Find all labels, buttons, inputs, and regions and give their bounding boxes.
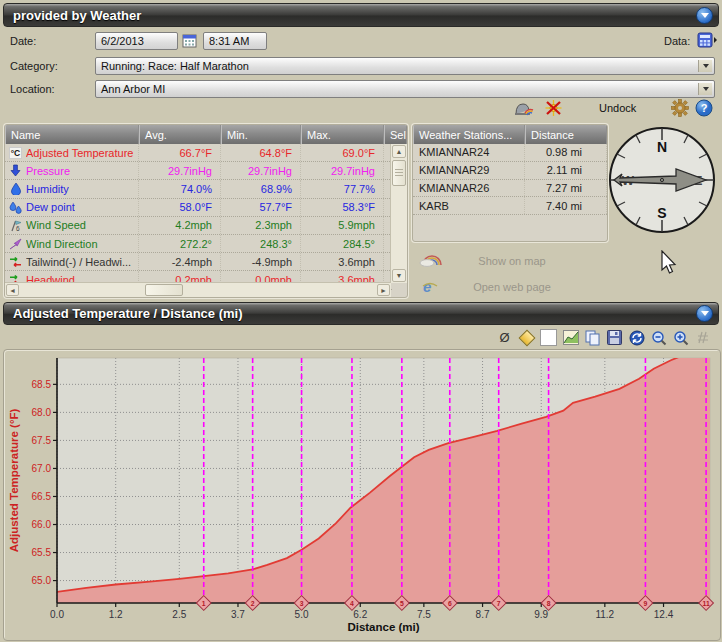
date-label: Date: bbox=[10, 35, 36, 47]
metric-max: 69.0°F bbox=[301, 144, 384, 161]
temperature-chart[interactable]: 65.065.566.066.567.067.568.068.50.01.22.… bbox=[4, 350, 718, 638]
scroll-up-arrow-icon[interactable]: ▲ bbox=[392, 145, 406, 158]
help-icon[interactable]: ? bbox=[695, 99, 713, 119]
chevron-down-icon bbox=[701, 311, 709, 316]
no-selection-icon[interactable]: Ø bbox=[496, 329, 513, 346]
svg-text:9: 9 bbox=[644, 600, 648, 607]
show-on-map-link[interactable]: Show on map bbox=[447, 255, 577, 267]
metric-min: 68.9% bbox=[221, 180, 301, 197]
column-header-sel[interactable]: Sel bbox=[384, 125, 407, 144]
metric-name: Humidity bbox=[26, 183, 69, 195]
scroll-thumb[interactable] bbox=[145, 284, 183, 296]
svg-text:2: 2 bbox=[251, 600, 255, 607]
data-source-icon[interactable] bbox=[697, 32, 717, 50]
table-row[interactable]: Wind Direction272.2°248.3°284.5° bbox=[5, 235, 392, 253]
panel-title: provided by Weather bbox=[4, 8, 141, 23]
scroll-down-arrow-icon[interactable]: ▼ bbox=[392, 269, 406, 282]
refresh-icon[interactable] bbox=[628, 329, 645, 346]
metrics-vertical-scrollbar[interactable]: ▲ ▼ bbox=[390, 144, 407, 283]
scroll-right-arrow-icon[interactable]: ► bbox=[377, 284, 390, 296]
dropdown-arrow-icon[interactable] bbox=[698, 60, 712, 72]
station-distance: 2.11 mi bbox=[525, 162, 607, 179]
save-icon[interactable] bbox=[606, 329, 623, 346]
y-tick-label: 65.0 bbox=[32, 575, 52, 586]
category-value: Running: Race: Half Marathon bbox=[101, 60, 249, 72]
table-row[interactable]: KMIANNAR267.27 mi bbox=[413, 180, 607, 198]
data-label: Data: bbox=[664, 35, 690, 47]
metric-avg: 272.2° bbox=[139, 235, 221, 252]
y-tick-label: 68.0 bbox=[32, 407, 52, 418]
table-row[interactable]: 6Wind Speed4.2mph2.3mph5.9mph bbox=[5, 217, 392, 235]
chart-style-icon[interactable] bbox=[562, 329, 579, 346]
dropdown-arrow-icon[interactable] bbox=[698, 83, 712, 95]
stations-table-body: KMIANNAR240.98 miKMIANNAR292.11 miKMIANN… bbox=[413, 144, 607, 215]
metric-avg: 74.0% bbox=[139, 180, 221, 197]
metric-max: 284.5° bbox=[301, 235, 384, 252]
weather-header-bar: provided by Weather bbox=[3, 3, 719, 27]
category-dropdown[interactable]: Running: Race: Half Marathon bbox=[95, 57, 715, 75]
date-input[interactable]: 6/2/2013 bbox=[95, 32, 178, 50]
y-axis-title: Adjusted Temperature (°F) bbox=[8, 408, 20, 552]
chart-title: Adjusted Temperature / Distance (mi) bbox=[4, 306, 242, 321]
zoom-out-icon[interactable] bbox=[650, 329, 667, 346]
calendar-icon[interactable] bbox=[182, 33, 198, 51]
zoom-in-icon[interactable] bbox=[672, 329, 689, 346]
x-tick-label: 6.2 bbox=[353, 609, 367, 620]
column-header-avg[interactable]: Avg. bbox=[139, 125, 221, 144]
station-distance: 0.98 mi bbox=[525, 144, 607, 161]
metric-name: Tailwind(-) / Headwi... bbox=[26, 256, 131, 268]
table-row[interactable]: Humidity74.0%68.9%77.7% bbox=[5, 180, 392, 198]
column-header-max[interactable]: Max. bbox=[301, 125, 384, 144]
x-tick-label: 11.2 bbox=[595, 609, 614, 620]
column-header-min[interactable]: Min. bbox=[221, 125, 301, 144]
table-row[interactable]: Tailwind(-) / Headwi...-2.4mph-4.9mph3.6… bbox=[5, 253, 392, 271]
pan-tool-icon[interactable] bbox=[694, 329, 711, 346]
scroll-thumb[interactable] bbox=[392, 160, 406, 186]
stations-table-header: Weather Stations... Distance bbox=[413, 125, 607, 144]
chart-collapse-chevron-button[interactable] bbox=[696, 305, 713, 322]
svg-text:1: 1 bbox=[202, 600, 206, 607]
weather-stations-table: Weather Stations... Distance KMIANNAR240… bbox=[412, 124, 608, 242]
metric-name: Wind Direction bbox=[26, 238, 98, 250]
svg-text:e: e bbox=[423, 278, 431, 295]
column-header-station[interactable]: Weather Stations... bbox=[413, 125, 525, 144]
open-web-page-icon: e bbox=[421, 278, 439, 298]
open-web-page-link[interactable]: Open web page bbox=[447, 281, 577, 293]
color-swatch-icon[interactable] bbox=[540, 329, 557, 346]
x-tick-label: 2.5 bbox=[172, 609, 186, 620]
metric-min: 2.3mph bbox=[221, 217, 301, 234]
clear-weather-icon[interactable] bbox=[544, 99, 563, 119]
pressure-arrow-icon bbox=[8, 164, 23, 177]
copy-icon[interactable] bbox=[584, 329, 601, 346]
metric-max: 58.3°F bbox=[301, 199, 384, 216]
tailwind-headwind-icon bbox=[8, 256, 23, 268]
metric-min: 64.8°F bbox=[221, 144, 301, 161]
location-dropdown[interactable]: Ann Arbor MI bbox=[95, 80, 715, 98]
table-row[interactable]: KARB7.40 mi bbox=[413, 197, 607, 215]
table-row[interactable]: KMIANNAR240.98 mi bbox=[413, 144, 607, 162]
table-row[interactable]: Pressure29.7inHg29.7inHg29.7inHg bbox=[5, 162, 392, 180]
x-tick-label: 3.7 bbox=[231, 609, 245, 620]
metric-avg: -2.4mph bbox=[139, 253, 221, 270]
collapse-chevron-button[interactable] bbox=[696, 7, 713, 24]
weather-metrics-table: Name Avg. Min. Max. Sel °CAdjusted Tempe… bbox=[4, 124, 408, 298]
table-row[interactable]: KMIANNAR292.11 mi bbox=[413, 162, 607, 180]
undock-button[interactable]: Undock bbox=[599, 102, 636, 114]
column-header-distance[interactable]: Distance bbox=[525, 125, 607, 144]
svg-text:4: 4 bbox=[350, 600, 354, 607]
compass-south-label: S bbox=[657, 205, 666, 221]
time-input[interactable]: 8:31 AM bbox=[203, 32, 267, 50]
station-name: KARB bbox=[413, 197, 525, 214]
table-row[interactable]: Dew point58.0°F57.7°F58.3°F bbox=[5, 199, 392, 217]
svg-text:?: ? bbox=[701, 102, 708, 114]
column-header-name[interactable]: Name bbox=[5, 125, 139, 144]
diamond-marker-icon[interactable] bbox=[518, 329, 535, 346]
x-tick-label: 12.4 bbox=[654, 609, 674, 620]
scroll-left-arrow-icon[interactable]: ◄ bbox=[6, 284, 19, 296]
settings-gear-icon[interactable] bbox=[671, 99, 689, 119]
table-row[interactable]: °CAdjusted Temperature66.7°F64.8°F69.0°F bbox=[5, 144, 392, 162]
x-tick-label: 9.9 bbox=[534, 609, 548, 620]
metrics-horizontal-scrollbar[interactable]: ◄ ► bbox=[5, 282, 391, 297]
metric-min: 57.7°F bbox=[221, 199, 301, 216]
weather-download-icon[interactable] bbox=[514, 100, 534, 119]
